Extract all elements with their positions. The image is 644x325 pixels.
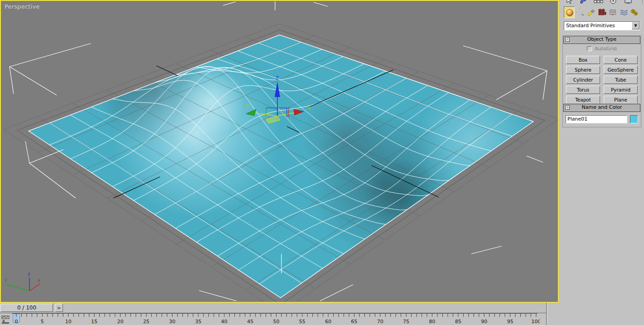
dropdown-arrow-icon[interactable]: ▼ xyxy=(632,22,639,29)
ruler-frame-label: 85 xyxy=(455,319,461,325)
tripod-y-label: y xyxy=(5,277,7,282)
perspective-viewport[interactable]: Zyxzxy Perspective xyxy=(0,0,559,303)
plane-surface[interactable] xyxy=(29,35,533,298)
scene-canvas: Zyxzxy xyxy=(1,1,558,302)
object-color-swatch[interactable] xyxy=(630,115,638,123)
viewport-area: Zyxzxy Perspective 0 / 100 > 05101520253… xyxy=(0,0,560,325)
ruler-frame-label: 75 xyxy=(403,319,409,325)
time-slider-handle[interactable]: 0 / 100 xyxy=(0,304,53,312)
ruler-frame-label: 80 xyxy=(429,319,436,325)
cylinder-button[interactable]: Cylinder xyxy=(566,76,600,84)
ruler-frame-label: 95 xyxy=(507,319,513,325)
gizmo-z-label: Z xyxy=(276,75,279,81)
next-frame-button[interactable]: > xyxy=(55,304,63,312)
ruler-frame-label: 45 xyxy=(247,319,253,325)
ruler-frame-label: 90 xyxy=(481,319,487,325)
ruler-frame-label: 50 xyxy=(273,319,280,325)
mini-curve-editor-icon[interactable] xyxy=(0,314,12,325)
tab-utilities-icon[interactable] xyxy=(637,0,643,5)
category-systems-icon[interactable] xyxy=(629,6,640,18)
category-lights-icon[interactable] xyxy=(586,6,596,18)
time-slider: 0 / 100 > xyxy=(0,303,547,313)
ruler-frame-label: 5 xyxy=(41,319,44,325)
track-bar-ruler[interactable]: 0510152025303540455055606570758085909510… xyxy=(12,313,540,325)
ruler-frame-label: 10 xyxy=(65,319,72,325)
ruler-frame-label: 55 xyxy=(299,319,305,325)
tab-modify-icon[interactable] xyxy=(577,0,590,5)
object-name-input[interactable]: Plane01 xyxy=(566,115,627,123)
tripod-x-label: x xyxy=(38,278,41,283)
ruler-frame-label: 35 xyxy=(195,319,201,325)
ruler-frame-label: 40 xyxy=(221,319,228,325)
category-helpers-icon[interactable] xyxy=(607,6,618,18)
rollout-name-and-color-header[interactable]: - Name and Color xyxy=(563,104,640,112)
ruler-frame-label: 0 xyxy=(15,319,18,325)
category-shapes-icon[interactable] xyxy=(575,6,586,18)
tube-button[interactable]: Tube xyxy=(604,76,638,84)
world-axis-tripod: zxy xyxy=(5,272,41,291)
track-bar: 0510152025303540455055606570758085909510… xyxy=(0,313,547,325)
collapse-icon[interactable]: - xyxy=(565,37,570,42)
autogrid-row: AutoGrid xyxy=(563,44,641,54)
command-panel: Standard Primitives ▼ - Object Type Auto… xyxy=(560,0,644,325)
ruler-frame-label: 65 xyxy=(351,319,358,325)
rollout-object-type-title: Object Type xyxy=(587,36,617,42)
rollout-object-type: - Object Type AutoGrid Box Cone Sphere G… xyxy=(562,35,641,108)
rollout-object-type-header[interactable]: - Object Type xyxy=(563,36,640,44)
tab-display-icon[interactable] xyxy=(622,0,634,5)
object-type-buttons: Box Cone Sphere GeoSphere Cylinder Tube … xyxy=(563,54,641,107)
torus-button[interactable]: Torus xyxy=(566,86,600,94)
category-space-warps-icon[interactable] xyxy=(618,6,629,18)
tab-motion-icon[interactable] xyxy=(607,0,620,5)
gizmo-y-label: y xyxy=(246,102,249,108)
name-color-row: Plane01 xyxy=(563,112,641,127)
ruler-frame-label: 100 xyxy=(532,319,540,325)
pyramid-button[interactable]: Pyramid xyxy=(604,86,638,94)
ruler-frame-label: 70 xyxy=(377,319,383,325)
box-button[interactable]: Box xyxy=(566,56,600,64)
tripod-z-label: z xyxy=(28,272,30,276)
rollout-name-and-color-title: Name and Color xyxy=(582,104,622,110)
collapse-icon[interactable]: - xyxy=(565,105,570,110)
cone-button[interactable]: Cone xyxy=(604,56,638,64)
primitives-dropdown[interactable]: Standard Primitives ▼ xyxy=(564,21,640,30)
gizmo-x-label: x xyxy=(308,105,311,111)
geosphere-button[interactable]: GeoSphere xyxy=(604,66,638,74)
category-cameras-icon[interactable] xyxy=(596,6,607,18)
create-categories xyxy=(564,6,642,19)
dropdown-value: Standard Primitives xyxy=(566,23,615,29)
command-panel-tabs xyxy=(562,0,643,5)
ruler-frame-label: 60 xyxy=(325,319,331,325)
category-geometry-icon[interactable] xyxy=(564,6,575,18)
plane-button[interactable]: Plane xyxy=(604,96,638,104)
ruler-frame-label: 30 xyxy=(169,319,175,325)
autogrid-label: AutoGrid xyxy=(595,46,617,52)
ruler-frame-label: 20 xyxy=(117,319,123,325)
tab-hierarchy-icon[interactable] xyxy=(592,0,605,5)
ruler-frame-label: 25 xyxy=(143,319,150,325)
rollout-name-and-color: - Name and Color Plane01 xyxy=(562,103,641,127)
autogrid-checkbox[interactable] xyxy=(587,46,592,51)
viewport-label[interactable]: Perspective xyxy=(5,3,40,10)
3ds-max-window: { "viewport": { "label": "Perspective", … xyxy=(0,0,644,325)
teapot-button[interactable]: Teapot xyxy=(566,96,600,104)
sphere-button[interactable]: Sphere xyxy=(566,66,600,74)
ruler-frame-label: 15 xyxy=(91,319,97,325)
tab-create-icon[interactable] xyxy=(562,0,575,5)
